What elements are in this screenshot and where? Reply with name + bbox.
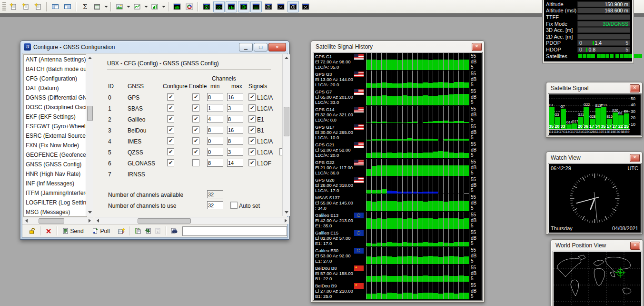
enable-checkbox-galileo[interactable] — [192, 115, 199, 122]
restore-button[interactable]: ▢ — [254, 43, 268, 51]
signal-checkbox-qzss[interactable] — [248, 148, 256, 155]
enable-checkbox-sbas[interactable] — [192, 104, 199, 112]
map-view-icon[interactable] — [171, 1, 183, 12]
signal-checkbox-sbas[interactable] — [248, 104, 256, 112]
world-titlebar[interactable]: World Position View ✕ — [551, 240, 643, 251]
list-item-fxn[interactable]: FXN (Fix Now Mode) — [24, 141, 86, 150]
altitude-view-icon[interactable] — [275, 1, 287, 12]
split-horizontal-icon[interactable] — [50, 1, 61, 12]
auto-set-checkbox[interactable] — [230, 202, 238, 209]
list-item-dat[interactable]: DAT (Datum) — [24, 83, 86, 93]
clipboard-icon[interactable] — [134, 227, 142, 235]
min-input-galileo[interactable] — [207, 115, 223, 123]
history-titlebar[interactable]: Satellite Signal History ✕ — [311, 41, 484, 52]
signal-checkbox-glonass[interactable] — [248, 159, 256, 166]
watch-close-button[interactable]: ✕ — [630, 154, 640, 162]
close-button[interactable]: ✕ — [268, 43, 286, 51]
list-item-dgnss[interactable]: DGNSS (Differential GNS — [24, 93, 86, 102]
list-item-logfilter[interactable]: LOGFILTER (Log Setting: — [24, 198, 86, 207]
list-item-esfgwt[interactable]: ESFGWT (Gyro+Wheeltic — [24, 122, 86, 131]
chart-dropdown-caret-icon[interactable] — [143, 1, 149, 12]
configure-checkbox-sbas[interactable] — [167, 104, 174, 112]
poll-button[interactable]: Poll — [100, 228, 110, 235]
message-list[interactable]: ANT (Antenna Settings)BATCH (Batch mode … — [23, 54, 87, 217]
world-position-view-icon[interactable] — [238, 1, 249, 12]
send-button[interactable]: Send — [70, 228, 84, 235]
data-view-icon[interactable] — [250, 1, 262, 12]
deviation-map-view-icon[interactable] — [201, 1, 212, 12]
signal-checkbox-beidou[interactable] — [248, 126, 256, 133]
minimize-button[interactable]: ▁ — [239, 43, 253, 51]
max-input-galileo[interactable] — [227, 115, 243, 123]
chart-view-icon[interactable] — [131, 1, 143, 12]
list-item-itfm[interactable]: ITFM (Jamming/Interfere — [24, 188, 86, 198]
toolbar-grip[interactable] — [2, 2, 6, 11]
list-item-ekf[interactable]: EKF (EKF Settings) — [24, 112, 86, 122]
camera-view-icon[interactable] — [114, 1, 125, 12]
histogram-view-icon[interactable] — [149, 1, 160, 12]
find-icon[interactable] — [170, 227, 178, 235]
channels-use-field[interactable] — [207, 201, 223, 209]
enable-checkbox-beidou[interactable] — [192, 126, 199, 133]
list-item-msg[interactable]: MSG (Messages) — [24, 207, 86, 217]
signal-history-view-icon[interactable] — [213, 1, 225, 12]
signal-checkbox-galileo[interactable] — [248, 115, 256, 122]
compass-view-icon[interactable] — [263, 1, 274, 12]
max-input-qzss[interactable] — [227, 148, 243, 156]
world-close-button[interactable]: ✕ — [630, 242, 640, 250]
history-close-button[interactable]: ✕ — [472, 43, 482, 51]
min-input-qzss[interactable] — [207, 148, 223, 156]
list-item-dosc[interactable]: DOSC (Disciplined Oscill — [24, 102, 86, 112]
list-item-batch[interactable]: BATCH (Batch mode out — [24, 64, 86, 74]
min-input-glonass[interactable] — [207, 159, 223, 167]
list-horizontal-scrollbar[interactable] — [23, 217, 93, 224]
histogram-dropdown-caret-icon[interactable] — [161, 1, 166, 12]
signal-checkbox-gps[interactable] — [248, 93, 256, 101]
min-input-imes[interactable] — [207, 137, 223, 145]
configure-checkbox-beidou[interactable] — [167, 126, 174, 133]
max-input-imes[interactable] — [227, 137, 243, 145]
wizard-icon[interactable] — [117, 227, 125, 235]
signal-close-button[interactable]: ✕ — [630, 84, 640, 92]
new-logfile-icon[interactable] — [32, 1, 44, 12]
watch-titlebar[interactable]: Watch View ✕ — [546, 152, 642, 163]
list-item-cfg[interactable]: CFG (Configuration) — [24, 74, 86, 83]
enable-checkbox-imes[interactable] — [192, 137, 199, 144]
sky-view-icon[interactable] — [184, 1, 195, 12]
configure-checkbox-glonass[interactable] — [167, 159, 174, 166]
min-input-sbas[interactable] — [207, 104, 223, 112]
list-vertical-scrollbar[interactable] — [86, 54, 93, 216]
new-database-icon[interactable] — [20, 1, 31, 12]
watch-view-icon[interactable] — [287, 1, 299, 12]
signal-titlebar[interactable]: Satellite Signal ✕ — [546, 82, 642, 93]
text-console-dropdown-caret-icon[interactable] — [103, 1, 109, 12]
delete-icon[interactable] — [45, 227, 53, 235]
lock-icon[interactable] — [28, 227, 36, 235]
close-all-views-icon[interactable] — [300, 1, 311, 12]
configure-checkbox-gps[interactable] — [167, 93, 174, 101]
signal-checkbox-imes[interactable] — [248, 137, 256, 144]
enable-checkbox-gps[interactable] — [192, 93, 199, 101]
list-item-gnss[interactable]: GNSS (GNSS Config) — [24, 160, 86, 169]
camera-dropdown-caret-icon[interactable] — [126, 1, 131, 12]
list-item-hnr[interactable]: HNR (High Nav Rate) — [24, 169, 86, 179]
list-item-esrc[interactable]: ESRC (External Source C — [24, 131, 86, 141]
import-icon[interactable] — [144, 227, 152, 235]
configure-titlebar[interactable]: u Configure - GNSS Configuration ▁ ▢ ✕ — [20, 41, 289, 53]
min-input-gps[interactable] — [207, 93, 223, 101]
footer-input[interactable] — [182, 226, 287, 236]
enable-checkbox-qzss[interactable] — [192, 148, 199, 155]
statistic-view-icon[interactable]: Σ — [79, 1, 90, 12]
configure-checkbox-qzss[interactable] — [167, 148, 174, 155]
enable-checkbox-glonass[interactable] — [192, 159, 199, 166]
poll-icon[interactable] — [91, 227, 99, 235]
list-item-geofence[interactable]: GEOFENCE (Geofence C — [24, 150, 86, 160]
list-item-inf[interactable]: INF (Inf Messages) — [24, 179, 86, 188]
configure-checkbox-imes[interactable] — [167, 137, 174, 144]
signal-chart-view-icon[interactable] — [226, 1, 237, 12]
split-vertical-icon[interactable] — [62, 1, 73, 12]
text-console-view-icon[interactable] — [91, 1, 103, 12]
pane-vertical-scrollbar[interactable] — [282, 54, 290, 216]
configure-checkbox-galileo[interactable] — [167, 115, 174, 122]
list-item-ant[interactable]: ANT (Antenna Settings) — [24, 55, 86, 64]
